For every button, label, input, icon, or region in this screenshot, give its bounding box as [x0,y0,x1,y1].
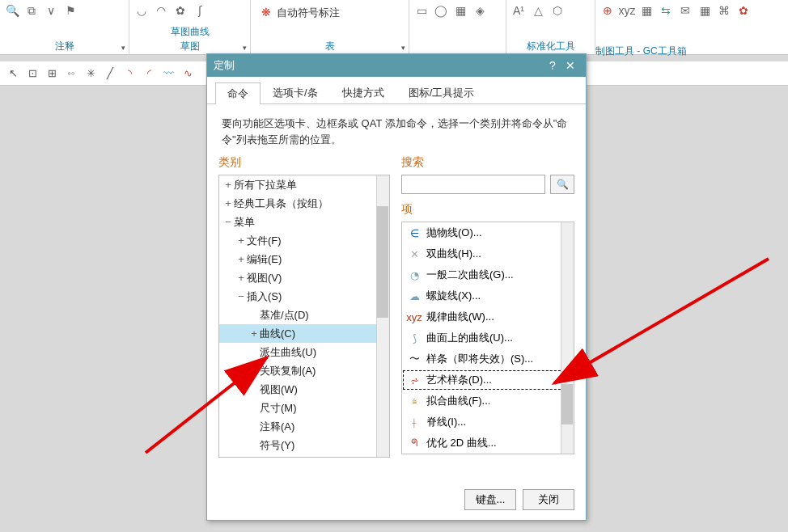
tree-scrollbar[interactable] [376,175,389,457]
ribbon-group-label: 草图 [129,40,250,53]
chevron-down-icon[interactable]: ▾ [243,44,247,52]
tb-arc-icon[interactable]: ◝ [121,65,138,82]
tree-item[interactable]: −菜单 [219,213,389,231]
tab-commands[interactable]: 命令 [215,82,261,104]
collapse-icon[interactable]: − [222,216,234,228]
tree-item[interactable]: 尺寸(M) [219,399,389,417]
search-input[interactable] [401,175,545,194]
tb-cross-icon[interactable]: ✳ [83,65,99,82]
tree-item-label: 基准/点(D) [260,308,309,323]
ribbon-gc-label: 制图工具 - GC工具箱 [595,44,687,58]
tree-item[interactable]: +曲线(C) [219,324,389,343]
expand-icon[interactable]: + [248,327,260,340]
shape-icon[interactable]: ✿ [173,3,188,18]
item-icon: ✕ [407,247,422,261]
list-item[interactable]: ᖗ优化 2D 曲线... [402,433,574,454]
tb-line-icon[interactable]: ╱ [102,65,118,82]
list-item[interactable]: ◔一般二次曲线(G)... [402,264,574,285]
list-item[interactable]: ∈抛物线(O)... [402,222,574,243]
tree-item[interactable]: +经典工具条（按组） [219,194,389,213]
tab-options[interactable]: 选项卡/条 [261,82,330,103]
list-item[interactable]: ⟆曲面上的曲线(U)... [402,327,574,348]
tab-icons[interactable]: 图标/工具提示 [396,82,487,103]
chevron-down-icon[interactable]: ▾ [121,44,125,52]
tree-item[interactable]: 派生曲线(U) [219,343,389,361]
tree-item[interactable]: +文件(F) [219,231,389,250]
category-tree[interactable]: +所有下拉菜单+经典工具条（按组）−菜单+文件(F)+编辑(E)+视图(V)−插… [218,175,390,458]
keyboard-button[interactable]: 键盘... [464,489,516,510]
tree-item[interactable]: 关联复制(A) [219,361,389,380]
tree-item[interactable]: +编辑(E) [219,250,389,268]
tb-grid1-icon[interactable]: ⊡ [24,65,40,82]
arc2-icon[interactable]: ◠ [154,3,168,18]
arc-icon[interactable]: ◡ [134,3,149,18]
items-title: 项 [401,202,574,217]
tb-wave-icon[interactable]: ∿ [180,65,196,82]
expand-icon[interactable]: + [222,197,234,209]
flag-icon[interactable]: ⚑ [63,3,78,18]
grid-icon[interactable]: ▦ [453,3,468,18]
chevron-down-icon[interactable]: ▾ [401,44,405,52]
tool8-icon[interactable]: ✿ [736,3,751,18]
tool7-icon[interactable]: ⌘ [717,3,731,18]
list-item[interactable]: ⩭拟合曲线(F)... [402,391,574,412]
zoom-icon[interactable]: 🔍 [5,3,19,18]
angle-icon[interactable]: ∨ [44,3,58,18]
list-item[interactable]: 〜样条（即将失效）(S)... [402,348,574,369]
circ-icon[interactable]: ◯ [434,3,448,18]
list-item[interactable]: ⩫艺术样条(D)... [402,369,574,391]
tree-item[interactable]: 基准/点(D) [219,306,389,324]
tab-shortcuts[interactable]: 快捷方式 [330,82,396,103]
help-button[interactable]: ? [544,59,561,72]
rect-icon[interactable]: ▭ [414,3,429,18]
tool4-icon[interactable]: ⇆ [659,3,673,18]
tool2-icon[interactable]: xyz [620,3,634,18]
tree-item[interactable]: 视图(W) [219,380,389,399]
tb-grid2-icon[interactable]: ⊞ [44,65,60,82]
tool6-icon[interactable]: ▦ [697,3,712,18]
tree-item[interactable]: −插入(S) [219,287,389,306]
list-item-label: 脊线(I)... [426,415,466,429]
dialog-title: 定制 [214,58,235,73]
tree-item-label: 符号(Y) [260,438,294,453]
expand-icon[interactable]: + [235,272,247,284]
measure-icon[interactable]: ⧉ [24,3,39,18]
tri-icon[interactable]: △ [531,3,545,18]
tb-pts-icon[interactable]: ◦◦ [63,65,79,82]
tool3-icon[interactable]: ▦ [639,3,654,18]
auto-symbol-icon[interactable]: ❋ [259,5,273,19]
misc-icon[interactable]: ◈ [472,3,487,18]
list-item[interactable]: ✕双曲线(H)... [402,243,574,264]
expand-icon[interactable]: + [235,234,247,247]
close-button[interactable]: 关闭 [523,489,574,510]
list-item[interactable]: ☁螺旋线(X)... [402,285,574,306]
curve-icon[interactable]: ʃ [193,3,207,18]
expand-icon[interactable]: + [222,179,234,191]
tb-pointer-icon[interactable]: ↖ [5,65,21,82]
items-list[interactable]: ∈抛物线(O)...✕双曲线(H)...◔一般二次曲线(G)...☁螺旋线(X)… [401,222,574,454]
tool1-icon[interactable]: ⊕ [600,3,615,18]
category-title: 类别 [218,155,390,170]
tree-item[interactable]: 符号(Y) [219,436,389,454]
ribbon-group-sketch: ◡ ◠ ✿ ʃ 草图曲线 草图 ▾ [129,0,251,55]
tree-item[interactable]: +视图(V) [219,268,389,287]
collapse-icon[interactable]: − [235,290,247,302]
tool5-icon[interactable]: ✉ [678,3,693,18]
list-item[interactable]: ⟊脊线(I)... [402,412,574,433]
items-scrollbar[interactable] [561,222,574,454]
tree-item[interactable]: 注释(A) [219,417,389,436]
hex-icon[interactable]: ⬡ [550,3,565,18]
tree-item[interactable]: +所有下拉菜单 [219,175,389,194]
close-icon[interactable]: ✕ [561,59,579,72]
dialog-titlebar: 定制 ? ✕ [207,54,586,77]
auto-symbol-label[interactable]: 自动符号标注 [277,6,340,19]
tb-spline-icon[interactable]: 〰 [160,65,176,82]
items-scrollbar-thumb[interactable] [561,384,573,424]
tb-arc2-icon[interactable]: ◜ [141,65,157,82]
search-button[interactable]: 🔍 [550,175,574,194]
ai-icon[interactable]: A¹ [511,3,526,18]
list-item[interactable]: xyz规律曲线(W)... [402,306,574,327]
list-item-label: 艺术样条(D)... [426,373,492,387]
tree-scrollbar-thumb[interactable] [377,206,388,318]
expand-icon[interactable]: + [235,253,247,265]
